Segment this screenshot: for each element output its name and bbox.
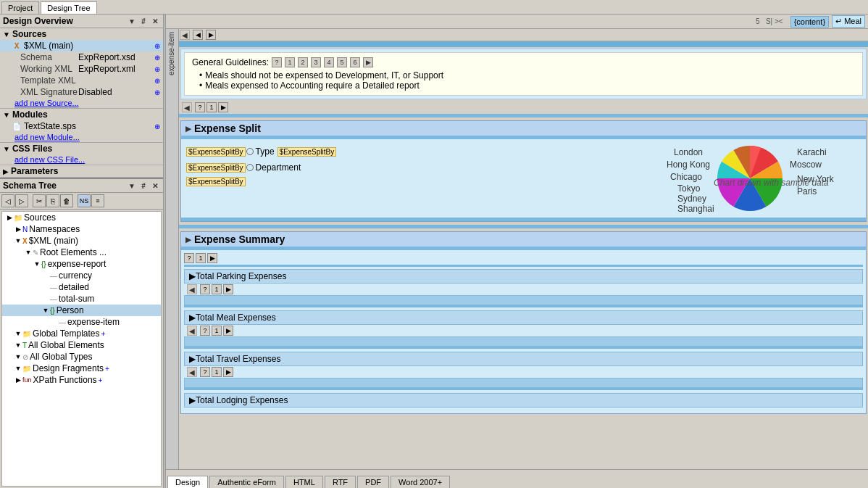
global-tmpl-plus[interactable]: + <box>101 330 106 338</box>
section-collapse[interactable]: ◀ <box>182 102 192 112</box>
expense-report-expand[interactable]: ▼ <box>33 260 41 268</box>
num-6[interactable]: 6 <box>350 57 360 67</box>
schema-tool-back[interactable]: ◁ <box>1 194 14 207</box>
summary-nav-arr[interactable]: ▶ <box>207 253 217 263</box>
add-module-link[interactable]: add new Module... <box>0 132 163 142</box>
stree-global-templates[interactable]: ▼ 📁 Global Templates + <box>2 328 161 339</box>
xml-main-plus-icon[interactable]: ⊕ <box>154 42 160 50</box>
stree-xpath-functions[interactable]: ▶ fun XPath Functions + <box>2 374 161 386</box>
dept-radio[interactable] <box>246 164 254 171</box>
xpath-expand[interactable]: ▶ <box>14 376 22 384</box>
content-label[interactable]: {content} <box>790 16 829 28</box>
meal-nav-arr[interactable]: ▶ <box>223 326 233 336</box>
parking-nav-1[interactable]: 1 <box>212 284 222 294</box>
add-source-link[interactable]: add new Source... <box>0 98 163 108</box>
textstate-plus-icon[interactable]: ⊕ <box>154 123 160 131</box>
sources-header[interactable]: ▼ Sources <box>0 28 163 40</box>
schema-pin-icon[interactable]: # <box>138 181 149 191</box>
section-nav-arr[interactable]: ▶ <box>218 102 228 112</box>
stree-design-fragments[interactable]: ▼ 📁 Design Fragments + <box>2 363 161 374</box>
travel-nav-1[interactable]: 1 <box>212 367 222 377</box>
textstate-item[interactable]: 📄 TextState.sps ⊕ <box>0 120 163 132</box>
num-1[interactable]: 1 <box>285 57 295 67</box>
meal-label[interactable]: ↵ Meal <box>832 15 865 28</box>
schema-tool-cut[interactable]: ✂ <box>33 194 46 207</box>
num-2[interactable]: 2 <box>298 57 308 67</box>
add-css-link[interactable]: add new CSS File... <box>0 154 163 165</box>
stree-expense-item[interactable]: — expense-item <box>2 316 161 328</box>
meal-nav-q[interactable]: ? <box>200 326 210 336</box>
vtab-expense-item[interactable]: expense-item <box>166 29 178 78</box>
tab-word[interactable]: Word 2007+ <box>391 476 450 488</box>
num-5[interactable]: 5 <box>337 57 347 67</box>
nav-prev[interactable]: ◀ <box>193 30 203 40</box>
parking-nav-arr[interactable]: ▶ <box>223 284 233 294</box>
working-xml-plus-icon[interactable]: ⊕ <box>154 65 160 73</box>
num-arrow[interactable]: ▶ <box>363 57 373 67</box>
pin-icon[interactable]: # <box>138 16 149 26</box>
schema-tool-list[interactable]: ≡ <box>91 194 104 207</box>
type-radio[interactable] <box>246 148 254 155</box>
section-nav-2[interactable]: 1 <box>206 102 217 112</box>
collapse-icon[interactable]: ▼ <box>127 16 137 26</box>
schema-plus-icon[interactable]: ⊕ <box>154 54 160 62</box>
tab-pdf[interactable]: PDF <box>357 476 389 488</box>
ns-expand[interactable]: ▶ <box>14 226 22 233</box>
root-expand[interactable]: ▼ <box>24 249 33 256</box>
meal-nav-1[interactable]: 1 <box>212 326 222 336</box>
split-field-4[interactable]: $ExpenseSplitBy <box>186 177 246 186</box>
stree-expense-report[interactable]: ▼ {} expense-report <box>2 258 161 270</box>
split-field-3[interactable]: $ExpenseSplitBy <box>186 163 246 173</box>
stree-root-elements[interactable]: ▼ ✎ Root Elements ... <box>2 247 161 258</box>
stree-currency[interactable]: — currency <box>2 270 161 281</box>
sources-tree-expand[interactable]: ▶ <box>5 214 14 221</box>
stree-namespaces[interactable]: ▶ N Namespaces <box>2 223 161 235</box>
close-icon[interactable]: ✕ <box>150 16 160 26</box>
tab-authentic[interactable]: Authentic eForm <box>209 476 284 488</box>
xml-main-item[interactable]: X $XML (main) ⊕ <box>0 40 163 51</box>
design-frag-plus[interactable]: + <box>105 365 109 373</box>
split-field-1[interactable]: $ExpenseSplitBy <box>186 147 246 157</box>
stree-all-global-types[interactable]: ▼ ⊘ All Global Types <box>2 351 161 363</box>
project-tab[interactable]: Project <box>1 1 39 14</box>
schema-close-icon[interactable]: ✕ <box>150 181 160 191</box>
all-types-expand[interactable]: ▼ <box>14 353 22 360</box>
schema-tool-copy[interactable]: ⎘ <box>46 194 59 207</box>
parking-nav-q[interactable]: ? <box>200 284 210 294</box>
css-header[interactable]: ▼ CSS Files <box>0 143 163 154</box>
split-field-2[interactable]: $ExpenseSplitBy <box>277 147 337 157</box>
schema-tool-forward[interactable]: ▷ <box>15 194 28 207</box>
nav-collapse-btn[interactable]: ◀ <box>180 30 190 40</box>
num-4[interactable]: 4 <box>324 57 334 67</box>
global-tmpl-expand[interactable]: ▼ <box>14 330 22 337</box>
travel-nav-arr[interactable]: ▶ <box>223 367 233 377</box>
design-frag-expand[interactable]: ▼ <box>14 365 22 372</box>
num-3[interactable]: 3 <box>311 57 321 67</box>
schema-collapse-icon[interactable]: ▼ <box>127 181 137 191</box>
travel-nav-q[interactable]: ? <box>200 367 210 377</box>
all-global-expand[interactable]: ▼ <box>14 342 22 349</box>
xml-main-expand[interactable]: ▼ <box>14 237 22 244</box>
modules-header[interactable]: ▼ Modules <box>0 109 163 120</box>
stree-detailed[interactable]: — detailed <box>2 281 161 293</box>
design-tree-tab[interactable]: Design Tree <box>41 1 96 14</box>
travel-collapse[interactable]: ◀ <box>187 367 197 377</box>
parameters-header[interactable]: ▶ Parameters <box>0 165 163 177</box>
person-expand[interactable]: ▼ <box>41 307 50 314</box>
section-nav-1[interactable]: ? <box>195 102 205 112</box>
num-q[interactable]: ? <box>272 57 282 67</box>
stree-xml-main[interactable]: ▼ X $XML (main) <box>2 235 161 247</box>
xpath-plus[interactable]: + <box>99 376 103 384</box>
tab-rtf[interactable]: RTF <box>325 476 356 488</box>
schema-tool-ns[interactable]: NS <box>78 194 91 207</box>
parking-collapse[interactable]: ◀ <box>187 284 197 294</box>
nav-next[interactable]: ▶ <box>206 30 216 40</box>
summary-nav-1[interactable]: 1 <box>196 253 206 263</box>
stree-person[interactable]: ▼ {} Person <box>2 305 161 316</box>
stree-all-global-elements[interactable]: ▼ T All Global Elements <box>2 339 161 351</box>
tab-html[interactable]: HTML <box>285 476 323 488</box>
stree-sources[interactable]: ▶ 📁 Sources <box>2 212 161 223</box>
summary-nav-q[interactable]: ? <box>184 253 194 263</box>
template-xml-plus-icon[interactable]: ⊕ <box>154 77 160 85</box>
schema-tool-delete[interactable]: 🗑 <box>60 194 73 207</box>
